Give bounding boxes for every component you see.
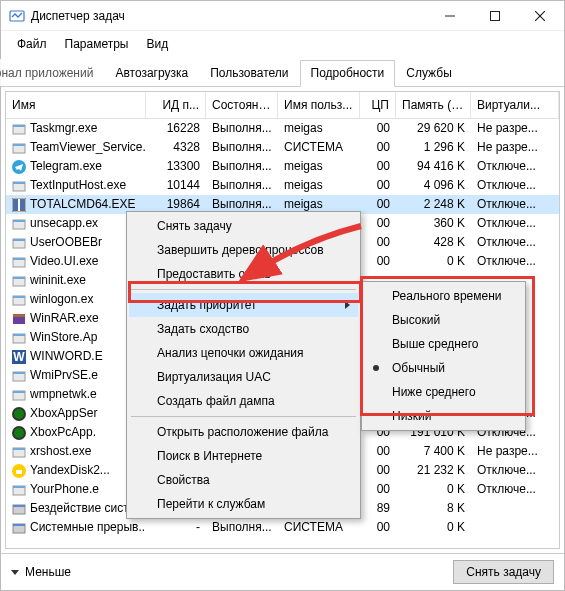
cell-virt: Не разре... — [471, 138, 559, 157]
context-menu-item[interactable]: Поиск в Интернете — [129, 444, 358, 468]
menu-view[interactable]: Вид — [138, 33, 176, 55]
process-name: YandexDisk2... — [30, 463, 110, 478]
table-row[interactable]: Системные прерыв...-Выполня...СИСТЕМА000… — [6, 518, 559, 537]
process-icon — [12, 122, 26, 136]
svg-rect-26 — [13, 314, 25, 317]
tab-services[interactable]: Службы — [395, 60, 462, 87]
svg-rect-28 — [13, 334, 25, 336]
process-name: WINWORD.E — [30, 349, 103, 364]
cell-virt: Отключе... — [471, 252, 559, 271]
col-pid[interactable]: ИД п... — [146, 92, 206, 118]
process-icon — [12, 293, 26, 307]
priority-menu-item[interactable]: Обычный — [364, 356, 523, 380]
maximize-button[interactable] — [472, 2, 517, 30]
cell-virt: Отключе... — [471, 233, 559, 252]
cell-cpu: 00 — [360, 461, 396, 480]
cell-cpu: 00 — [360, 480, 396, 499]
process-name: wininit.exe — [30, 273, 86, 288]
chevron-up-icon — [11, 570, 19, 575]
process-name: Telegram.exe — [30, 159, 102, 174]
process-icon — [12, 160, 26, 174]
cell-pid: 13300 — [146, 157, 206, 176]
process-icon — [12, 483, 26, 497]
priority-menu-item[interactable]: Высокий — [364, 308, 523, 332]
cell-state: Выполня... — [206, 518, 278, 537]
context-menu-item[interactable]: Анализ цепочки ожидания — [129, 341, 358, 365]
cell-cpu: 00 — [360, 214, 396, 233]
process-icon — [12, 217, 26, 231]
svg-rect-46 — [13, 505, 25, 507]
col-cpu[interactable]: ЦП — [360, 92, 396, 118]
fewer-details-button[interactable]: Меньше — [11, 565, 71, 579]
cell-cpu: 00 — [360, 176, 396, 195]
cell-mem: 8 K — [396, 499, 471, 518]
process-icon — [12, 388, 26, 402]
process-icon — [12, 426, 26, 440]
tab-details[interactable]: Подробности — [300, 60, 396, 87]
context-menu-item[interactable]: Свойства — [129, 468, 358, 492]
cell-state: Выполня... — [206, 176, 278, 195]
process-name: Taskmgr.exe — [30, 121, 97, 136]
svg-rect-44 — [13, 486, 25, 488]
end-task-button[interactable]: Снять задачу — [453, 560, 554, 584]
process-name: UserOOBEBr — [30, 235, 102, 250]
svg-rect-8 — [13, 144, 25, 146]
cell-state: Выполня... — [206, 119, 278, 138]
context-menu-item[interactable]: Предоставить отзыв — [129, 262, 358, 286]
priority-menu-item[interactable]: Низкий — [364, 404, 523, 428]
context-menu-item[interactable]: Открыть расположение файла — [129, 420, 358, 444]
process-icon — [12, 464, 26, 478]
context-menu-item[interactable]: Перейти к службам — [129, 492, 358, 516]
table-row[interactable]: TeamViewer_Service...4328Выполня...СИСТЕ… — [6, 138, 559, 157]
radio-dot-icon — [373, 365, 379, 371]
priority-menu-item[interactable]: Выше среднего — [364, 332, 523, 356]
cell-virt: Отключе... — [471, 461, 559, 480]
task-manager-window: Диспетчер задач Файл Параметры Вид Журна… — [0, 0, 565, 591]
cell-virt — [471, 518, 559, 537]
cell-state: Выполня... — [206, 138, 278, 157]
process-icon — [12, 407, 26, 421]
menu-options[interactable]: Параметры — [57, 33, 137, 55]
cell-user: meigas — [278, 119, 360, 138]
process-icon — [12, 502, 26, 516]
table-row[interactable]: Taskmgr.exe16228Выполня...meigas0029 620… — [6, 119, 559, 138]
tab-history[interactable]: Журнал приложений — [0, 60, 104, 87]
col-virt[interactable]: Виртуали... — [471, 92, 559, 118]
menu-file[interactable]: Файл — [9, 33, 55, 55]
priority-menu-item[interactable]: Реального времени — [364, 284, 523, 308]
minimize-button[interactable] — [427, 2, 472, 30]
cell-state: Выполня... — [206, 157, 278, 176]
context-menu-item[interactable]: Виртуализация UAC — [129, 365, 358, 389]
svg-point-38 — [14, 428, 24, 438]
col-state[interactable]: Состояние — [206, 92, 278, 118]
cell-mem: 7 400 K — [396, 442, 471, 461]
table-row[interactable]: Telegram.exe13300Выполня...meigas0094 41… — [6, 157, 559, 176]
cell-virt: Отключе... — [471, 195, 559, 214]
process-name: Системные прерыв... — [30, 520, 146, 535]
close-button[interactable] — [517, 2, 562, 30]
process-name: Video.UI.exe — [30, 254, 99, 269]
context-menu-item[interactable]: Создать файл дампа — [129, 389, 358, 413]
priority-submenu: Реального времениВысокийВыше среднегоОбы… — [361, 281, 526, 431]
cell-user: СИСТЕМА — [278, 138, 360, 157]
context-menu-item[interactable]: Снять задачу — [129, 214, 358, 238]
app-icon — [9, 8, 25, 24]
tab-users[interactable]: Пользователи — [199, 60, 299, 87]
cell-cpu: 00 — [360, 157, 396, 176]
svg-rect-42 — [16, 470, 22, 474]
col-mem[interactable]: Память (а... — [396, 92, 471, 118]
menu-separator — [131, 289, 356, 290]
cell-cpu: 00 — [360, 233, 396, 252]
col-name[interactable]: Имя — [6, 92, 146, 118]
tab-startup[interactable]: Автозагрузка — [104, 60, 199, 87]
process-icon — [12, 369, 26, 383]
table-row[interactable]: TextInputHost.exe10144Выполня...meigas00… — [6, 176, 559, 195]
context-menu-item[interactable]: Задать приоритет — [129, 293, 358, 317]
svg-rect-48 — [13, 524, 25, 526]
context-menu-item[interactable]: Завершить дерево процессов — [129, 238, 358, 262]
context-menu-item[interactable]: Задать сходство — [129, 317, 358, 341]
cell-mem: 94 416 K — [396, 157, 471, 176]
cell-pid: - — [146, 518, 206, 537]
col-user[interactable]: Имя польз... — [278, 92, 360, 118]
priority-menu-item[interactable]: Ниже среднего — [364, 380, 523, 404]
